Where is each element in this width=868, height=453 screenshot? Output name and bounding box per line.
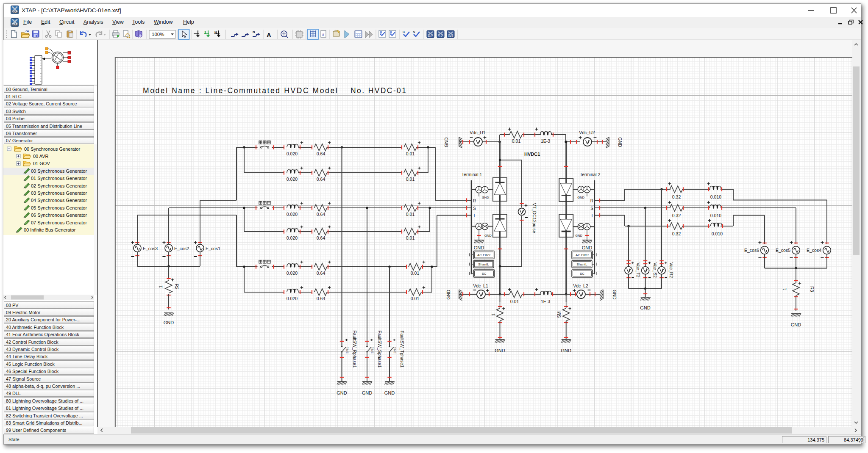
svg-text:S: S bbox=[473, 206, 476, 211]
svg-text:ShantL: ShantL bbox=[478, 262, 489, 266]
svg-text:0.64: 0.64 bbox=[317, 296, 326, 301]
svg-text:TIME: TIME bbox=[393, 347, 396, 354]
svg-text:TAP: TAP bbox=[12, 23, 18, 26]
svg-text:05 Synchronous Generator: 05 Synchronous Generator bbox=[31, 205, 87, 210]
svg-text:GND: GND bbox=[384, 390, 395, 395]
svg-text:GND: GND bbox=[575, 234, 582, 238]
svg-text:GND: GND bbox=[640, 305, 651, 310]
svg-text:GND: GND bbox=[484, 234, 492, 238]
svg-text:07 Synchronous Generator: 07 Synchronous Generator bbox=[31, 220, 87, 225]
svg-text:T: T bbox=[591, 213, 593, 218]
svg-text:06 Synchronous Generator: 06 Synchronous Generator bbox=[31, 213, 87, 218]
svg-text:1E-3: 1E-3 bbox=[541, 138, 550, 144]
svg-text:R3: R3 bbox=[810, 286, 815, 292]
svg-text:Vdc_U1: Vdc_U1 bbox=[470, 130, 486, 135]
svg-text:Terminal 2: Terminal 2 bbox=[580, 172, 601, 177]
svg-text:SC: SC bbox=[481, 272, 486, 276]
svg-text:E_cos5: E_cos5 bbox=[776, 248, 790, 253]
svg-text:TLC: TLC bbox=[438, 35, 443, 38]
svg-text:TIME: TIME bbox=[346, 347, 349, 354]
svg-text:No. HVDC-01: No. HVDC-01 bbox=[351, 86, 407, 95]
svg-text:N: N bbox=[214, 30, 217, 34]
svg-text:FFT: FFT bbox=[448, 35, 453, 38]
svg-text:TAP: TAP bbox=[12, 10, 18, 13]
svg-text:GND: GND bbox=[612, 290, 617, 300]
svg-text:00 Infinite Bus Generator: 00 Infinite Bus Generator bbox=[24, 227, 76, 232]
svg-text:GND: GND bbox=[618, 137, 623, 147]
svg-text:1E-3: 1E-3 bbox=[541, 299, 550, 304]
svg-text:100%: 100% bbox=[152, 32, 164, 37]
svg-text:B: B bbox=[403, 30, 405, 34]
svg-text:GND: GND bbox=[577, 196, 584, 199]
svg-text:0.020: 0.020 bbox=[287, 235, 298, 240]
svg-text:Vac_S2: Vac_S2 bbox=[653, 262, 658, 278]
svg-text:0.64: 0.64 bbox=[317, 212, 326, 217]
svg-text:E_cos2: E_cos2 bbox=[174, 246, 189, 251]
svg-text:N: N bbox=[413, 30, 415, 34]
svg-text:HVDC1: HVDC1 bbox=[524, 152, 540, 157]
svg-text:AC Filter: AC Filter bbox=[576, 253, 589, 257]
svg-text:N: N bbox=[253, 30, 255, 34]
svg-text:0.01: 0.01 bbox=[512, 138, 521, 144]
svg-text:Vdc_L2: Vdc_L2 bbox=[573, 283, 588, 288]
svg-text:04 Synchronous Generator: 04 Synchronous Generator bbox=[31, 198, 87, 203]
svg-text:0.010: 0.010 bbox=[710, 213, 721, 218]
svg-text:00 AVR: 00 AVR bbox=[33, 154, 49, 159]
svg-text:GND: GND bbox=[474, 245, 484, 250]
svg-text:Terminal 1: Terminal 1 bbox=[462, 172, 482, 177]
svg-text:Vac_R2: Vac_R2 bbox=[669, 262, 674, 278]
svg-text:0.020: 0.020 bbox=[287, 151, 298, 156]
svg-text:0.010: 0.010 bbox=[710, 194, 721, 199]
svg-text:0.32: 0.32 bbox=[672, 194, 681, 199]
svg-text:Vdc_L1: Vdc_L1 bbox=[473, 283, 488, 288]
svg-text:0.32: 0.32 bbox=[672, 213, 681, 218]
svg-text:VT_DC12pulse: VT_DC12pulse bbox=[532, 203, 537, 233]
svg-text:GND: GND bbox=[164, 320, 174, 325]
svg-text:R: R bbox=[473, 199, 476, 203]
svg-text:FaultSW_Sphase1: FaultSW_Sphase1 bbox=[377, 331, 382, 368]
svg-text:0.64: 0.64 bbox=[317, 151, 326, 156]
svg-text:Vac_T2: Vac_T2 bbox=[636, 262, 641, 278]
svg-text:S: S bbox=[590, 206, 593, 211]
svg-text:0.32: 0.32 bbox=[672, 231, 681, 236]
svg-text:0.01: 0.01 bbox=[406, 212, 415, 217]
svg-text:GND: GND bbox=[495, 348, 505, 353]
svg-text:T: T bbox=[473, 213, 476, 218]
svg-text:E_cos6: E_cos6 bbox=[744, 248, 759, 253]
svg-text:TIME: TIME bbox=[371, 347, 374, 354]
svg-text:Vdc_U2: Vdc_U2 bbox=[579, 130, 595, 135]
svg-text:R2: R2 bbox=[174, 284, 179, 290]
svg-text:E_cos1: E_cos1 bbox=[206, 246, 220, 251]
svg-text:SC: SC bbox=[580, 272, 584, 276]
svg-text:1: 1 bbox=[782, 288, 787, 290]
svg-text:FaultSW_Tphase1: FaultSW_Tphase1 bbox=[400, 331, 405, 367]
svg-text:#: # bbox=[322, 33, 324, 37]
svg-text:1: 1 bbox=[158, 285, 163, 288]
svg-text:0.64: 0.64 bbox=[317, 177, 326, 182]
svg-text:1: 1 bbox=[491, 313, 496, 316]
svg-text:Model Name : Line-Commutated H: Model Name : Line-Commutated HVDC Model bbox=[143, 86, 338, 95]
svg-text:AC Filter: AC Filter bbox=[477, 253, 490, 257]
svg-text:0.020: 0.020 bbox=[287, 177, 298, 182]
svg-text:01 Synchronous Generator: 01 Synchronous Generator bbox=[31, 176, 87, 181]
svg-text:00 Synchronous Generator: 00 Synchronous Generator bbox=[24, 146, 80, 152]
svg-text:PLT: PLT bbox=[428, 35, 433, 38]
svg-text:3: 3 bbox=[204, 30, 206, 34]
svg-text:02 Synchronous Generator: 02 Synchronous Generator bbox=[31, 183, 87, 188]
svg-text:GND: GND bbox=[582, 245, 593, 250]
svg-text:A: A bbox=[267, 31, 271, 39]
svg-text:0.01: 0.01 bbox=[406, 235, 415, 240]
svg-text:0.01: 0.01 bbox=[406, 177, 415, 182]
svg-text:5M: 5M bbox=[556, 312, 562, 318]
svg-text:?: ? bbox=[139, 34, 141, 37]
svg-text:0.01: 0.01 bbox=[406, 151, 415, 156]
svg-text:FaultSW_Rphase1: FaultSW_Rphase1 bbox=[352, 330, 357, 367]
svg-text:0.020: 0.020 bbox=[287, 212, 298, 217]
svg-text:0.010: 0.010 bbox=[712, 231, 723, 236]
svg-text:ShantL: ShantL bbox=[576, 262, 587, 266]
svg-text:0.01: 0.01 bbox=[411, 296, 420, 301]
svg-text:03 Synchronous Generator: 03 Synchronous Generator bbox=[31, 191, 87, 196]
svg-text:0.64: 0.64 bbox=[317, 271, 326, 276]
svg-text:0.020: 0.020 bbox=[287, 296, 298, 301]
svg-text:00 Synchronous Generator: 00 Synchronous Generator bbox=[31, 168, 87, 174]
